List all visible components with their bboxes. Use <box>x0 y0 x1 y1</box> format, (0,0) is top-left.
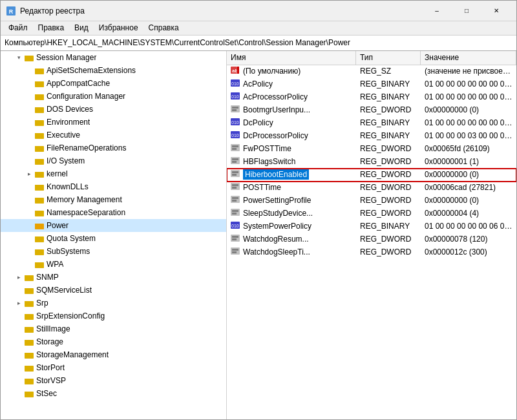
registry-row[interactable]: HiberbootEnabledREG_DWORD0x00000000 (0) <box>227 169 516 182</box>
svg-rect-141 <box>232 213 237 215</box>
tree-node[interactable]: ApiSetSchemaExtensions <box>1 64 226 77</box>
svg-rect-117 <box>231 105 240 112</box>
menu-bar: ФайлПравкаВидИзбранноеСправка <box>1 21 516 36</box>
tree-expand-icon <box>14 388 24 399</box>
tree-node-label: StSec <box>36 389 57 398</box>
tree-expand-icon <box>14 324 24 334</box>
menu-item-файл[interactable]: Файл <box>3 22 33 34</box>
registry-entry-name: AcProcessorPolicy <box>243 92 308 101</box>
maximize-button[interactable]: □ <box>452 1 481 21</box>
svg-rect-81 <box>25 302 34 307</box>
registry-cell-type: REG_DWORD <box>356 143 421 154</box>
registry-cell-type: REG_BINARY <box>356 92 421 102</box>
minimize-button[interactable]: – <box>422 1 452 21</box>
tree-expand-icon[interactable]: ▸ <box>24 169 34 179</box>
registry-rows[interactable]: ab (По умолчанию)REG_SZ(значение не прис… <box>227 65 516 419</box>
tree-node[interactable]: WPA <box>1 258 226 271</box>
tree-node[interactable]: Quota System <box>1 232 226 245</box>
registry-entry-name: SleepStudyDevice... <box>243 209 313 218</box>
tree-node[interactable]: StorPort <box>1 361 226 374</box>
registry-entry-name: SystemPowerPolicy <box>243 222 311 231</box>
tree-expand-icon <box>24 259 34 269</box>
tree-node-label: Srp <box>36 299 48 308</box>
folder-icon <box>24 52 34 63</box>
tree-node[interactable]: Power <box>1 219 226 232</box>
tree-node[interactable]: ▸ SNMP <box>1 271 226 284</box>
header-value[interactable]: Значение <box>421 51 516 65</box>
registry-row[interactable]: HBFlagsSwitchREG_DWORD0x00000001 (1) <box>227 156 516 169</box>
tree-panel[interactable]: ▾ Session Manager ApiSetSchemaExtensions… <box>1 51 227 419</box>
tree-node-label: NamespaceSeparation <box>47 208 125 217</box>
registry-row[interactable]: 010 AcProcessorPolicyREG_BINARY01 00 00 … <box>227 91 516 104</box>
folder-icon <box>24 324 34 334</box>
registry-row[interactable]: POSTTimeREG_DWORD0x00006cad (27821) <box>227 182 516 194</box>
registry-row[interactable]: ab (По умолчанию)REG_SZ(значение не прис… <box>227 65 516 78</box>
svg-rect-128 <box>232 158 238 160</box>
tree-node[interactable]: Environment <box>1 116 226 129</box>
tree-node[interactable]: StorVSP <box>1 374 226 387</box>
tree-node[interactable]: KnownDLLs <box>1 180 226 193</box>
tree-node[interactable]: SQMServiceList <box>1 284 226 297</box>
tree-node[interactable]: NamespaceSeparation <box>1 206 226 219</box>
tree-node[interactable]: FileRenameOperations <box>1 142 226 154</box>
tree-node[interactable]: ▸ Srp <box>1 297 226 310</box>
tree-node[interactable]: ▾ Session Manager <box>1 51 226 64</box>
tree-node[interactable]: I/O System <box>1 154 226 167</box>
tree-node[interactable]: ▸ kernel <box>1 167 226 180</box>
registry-cell-name: HiberbootEnabled <box>227 169 356 180</box>
svg-rect-101 <box>25 367 34 372</box>
tree-node-label: AppCompatCache <box>47 79 110 88</box>
registry-row[interactable]: 010 DcPolicyREG_BINARY01 00 00 00 00 00 … <box>227 117 516 130</box>
registry-row[interactable]: WatchdogSleepTi...REG_DWORD0x0000012c (3… <box>227 246 516 259</box>
registry-entry-icon: 010 <box>231 221 241 231</box>
tree-expand-icon[interactable]: ▸ <box>14 298 24 308</box>
tree-node[interactable]: Executive <box>1 129 226 142</box>
registry-cell-type: REG_DWORD <box>356 247 421 257</box>
tree-node[interactable]: StSec <box>1 387 226 400</box>
folder-icon <box>34 130 45 140</box>
tree-node[interactable]: StorageManagement <box>1 348 226 361</box>
tree-expand-icon[interactable]: ▾ <box>14 52 24 63</box>
tree-node[interactable]: Configuration Manager <box>1 90 226 103</box>
tree-node[interactable]: AppCompatCache <box>1 77 226 90</box>
registry-cell-name: ab (По умолчанию) <box>227 65 356 77</box>
header-name[interactable]: Имя <box>227 51 356 65</box>
registry-entry-name: (По умолчанию) <box>243 67 301 76</box>
tree-node[interactable]: SrpExtensionConfig <box>1 310 226 322</box>
registry-entry-name: HBFlagsSwitch <box>243 157 295 166</box>
registry-row[interactable]: 010 DcProcessorPolicyREG_BINARY01 00 00 … <box>227 130 516 143</box>
registry-row[interactable]: 010 AcPolicyREG_BINARY01 00 00 00 00 00 … <box>227 78 516 91</box>
tree-node[interactable]: SubSystems <box>1 245 226 258</box>
registry-panel: Имя Тип Значение ab (По умолчанию)REG_SZ… <box>227 51 516 419</box>
registry-row[interactable]: BootmgrUserInpu...REG_DWORD0x00000000 (0… <box>227 104 516 117</box>
tree-expand-icon <box>14 362 24 373</box>
close-button[interactable]: ✕ <box>481 1 511 21</box>
tree-node[interactable]: Storage <box>1 335 226 348</box>
menu-item-справка[interactable]: Справка <box>143 22 184 34</box>
tree-node[interactable]: StillImage <box>1 322 226 335</box>
header-type[interactable]: Тип <box>356 51 421 65</box>
main-content: ▾ Session Manager ApiSetSchemaExtensions… <box>1 51 516 419</box>
registry-row[interactable]: 010 SystemPowerPolicyREG_BINARY01 00 00 … <box>227 220 516 233</box>
menu-item-избранное[interactable]: Избранное <box>94 22 143 34</box>
registry-entry-name: DcProcessorPolicy <box>243 131 308 140</box>
registry-cell-value: 0x00000000 (0) <box>421 195 516 205</box>
registry-entry-name: POSTTime <box>243 183 281 192</box>
registry-entry-icon <box>231 105 241 115</box>
registry-row[interactable]: SleepStudyDevice...REG_DWORD0x00000004 (… <box>227 207 516 220</box>
tree-expand-icon[interactable]: ▸ <box>14 272 24 282</box>
tree-node-label: StorPort <box>36 363 65 372</box>
registry-row[interactable]: FwPOSTTimeREG_DWORD0x00065fd (26109) <box>227 143 516 156</box>
registry-row[interactable]: WatchdogResum...REG_DWORD0x00000078 (120… <box>227 233 516 246</box>
folder-icon <box>34 220 45 231</box>
tree-expand-icon <box>24 65 34 76</box>
tree-node-label: SubSystems <box>47 247 90 256</box>
svg-rect-93 <box>25 341 34 346</box>
menu-item-вид[interactable]: Вид <box>69 22 94 34</box>
menu-item-правка[interactable]: Правка <box>33 22 70 34</box>
registry-entry-name: WatchdogResum... <box>243 235 309 244</box>
tree-expand-icon <box>24 78 34 89</box>
tree-node[interactable]: Memory Management <box>1 193 226 206</box>
registry-row[interactable]: PowerSettingProfileREG_DWORD0x00000000 (… <box>227 194 516 207</box>
tree-node[interactable]: DOS Devices <box>1 103 226 116</box>
